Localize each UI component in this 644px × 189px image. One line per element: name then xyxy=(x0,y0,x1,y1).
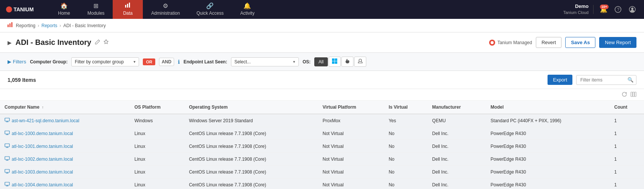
nav-data[interactable]: Data xyxy=(113,0,143,19)
svg-rect-2 xyxy=(125,5,126,8)
breadcrumb-reports-link[interactable]: Reports xyxy=(41,23,57,28)
svg-rect-25 xyxy=(5,169,9,172)
svg-point-17 xyxy=(359,59,361,62)
cell-manufacturer: Dell Inc. xyxy=(428,153,486,166)
cell-model: PowerEdge R430 xyxy=(486,127,610,140)
user-menu-button[interactable] xyxy=(627,4,638,15)
col-is-virtual[interactable]: Is Virtual xyxy=(384,101,427,114)
col-operating-system[interactable]: Operating System xyxy=(184,101,318,114)
col-computer-name[interactable]: Computer Name ↑ xyxy=(0,101,130,114)
sort-asc-icon: ↑ xyxy=(42,105,44,109)
star-icon[interactable] xyxy=(103,39,109,46)
svg-rect-16 xyxy=(335,61,337,64)
col-manufacturer[interactable]: Manufacturer xyxy=(428,101,486,114)
table-header: Computer Name ↑ OS Platform Operating Sy… xyxy=(0,101,644,114)
svg-rect-4 xyxy=(129,3,130,8)
quick-access-icon: 🔗 xyxy=(206,2,214,9)
tanium-logo[interactable]: TANIUM xyxy=(0,0,49,19)
computer-name-link[interactable]: atl-lxc-1003.demo.tanium.local xyxy=(5,169,125,175)
cell-os-platform: Linux xyxy=(130,153,185,166)
cell-os-platform: Linux xyxy=(130,178,185,189)
page-title-icons xyxy=(95,39,109,46)
cell-computer-name: atl-lxc-1004.demo.tanium.local xyxy=(0,178,130,189)
breadcrumb-app-label: Reporting xyxy=(16,23,35,28)
nav-data-label: Data xyxy=(123,11,133,16)
table-body: ast-wn-421-sql.demo.tanium.local Windows… xyxy=(0,114,644,189)
svg-rect-18 xyxy=(631,92,632,97)
notifications-button[interactable]: 🔔 10+ xyxy=(598,4,609,15)
svg-rect-21 xyxy=(5,118,9,121)
computer-icon xyxy=(5,143,10,149)
computer-name-link[interactable]: atl-lxc-1002.demo.tanium.local xyxy=(5,156,125,162)
export-button[interactable]: Export xyxy=(548,75,572,85)
os-btn-windows[interactable] xyxy=(329,57,341,67)
breadcrumb: Reporting › Reports › ADI - Basic Invent… xyxy=(0,19,644,32)
tanium-managed-badge: Tanium Managed xyxy=(489,40,532,46)
nav-home[interactable]: 🏠 Home xyxy=(49,0,79,19)
computer-name-link[interactable]: atl-lxc-1004.demo.tanium.local xyxy=(5,182,125,187)
col-model[interactable]: Model xyxy=(486,101,610,114)
nav-right: Demo Tanium Cloud 🔔 10+ ? xyxy=(557,0,644,19)
breadcrumb-sep-2: › xyxy=(60,23,61,28)
cell-count: 1 xyxy=(610,178,644,189)
cell-virtual-platform: Not Virtual xyxy=(318,140,384,153)
cell-count: 1 xyxy=(610,114,644,127)
filters-toggle[interactable]: ▶ Filters xyxy=(8,59,26,65)
edit-icon[interactable] xyxy=(95,39,100,46)
filter-info-icon[interactable]: ℹ xyxy=(178,59,180,65)
filter-search-icon: 🔍 xyxy=(627,77,633,83)
nav-administration-label: Administration xyxy=(151,11,180,16)
cell-is-virtual: No xyxy=(384,140,427,153)
cell-virtual-platform: Not Virtual xyxy=(318,178,384,189)
cell-operating-system: CentOS Linux release 7.7.1908 (Core) xyxy=(184,153,318,166)
nav-home-label: Home xyxy=(58,11,70,16)
svg-rect-11 xyxy=(11,22,12,27)
refresh-icon[interactable] xyxy=(621,91,627,99)
cell-model: PowerEdge R430 xyxy=(486,166,610,178)
save-as-button[interactable]: Save As xyxy=(565,37,595,48)
computer-name-link[interactable]: atl-lxc-1001.demo.tanium.local xyxy=(5,143,125,149)
svg-rect-3 xyxy=(127,4,128,8)
endpoint-last-seen-select[interactable]: Select... xyxy=(231,57,299,66)
items-count-number: 1,059 xyxy=(8,77,21,83)
col-virtual-platform[interactable]: Virtual Platform xyxy=(318,101,384,114)
computer-icon xyxy=(5,169,10,175)
help-button[interactable]: ? xyxy=(612,4,624,15)
cell-manufacturer: Dell Inc. xyxy=(428,178,486,189)
os-btn-linux[interactable] xyxy=(354,57,366,67)
administration-icon: ⚙ xyxy=(163,2,168,9)
revert-button[interactable]: Revert xyxy=(536,37,561,48)
os-btn-all[interactable]: All xyxy=(314,57,327,66)
nav-modules[interactable]: ⊞ Modules xyxy=(79,0,113,19)
computer-group-select[interactable]: Filter by computer group xyxy=(71,57,139,66)
os-btn-mac[interactable] xyxy=(341,57,353,67)
col-os-platform[interactable]: OS Platform xyxy=(130,101,185,114)
svg-point-12 xyxy=(491,41,494,44)
table-controls xyxy=(0,89,644,101)
columns-icon[interactable] xyxy=(630,91,636,99)
cell-computer-name: atl-lxc-1001.demo.tanium.local xyxy=(0,140,130,153)
nav-activity[interactable]: 🔔 Activity xyxy=(232,0,263,19)
svg-rect-26 xyxy=(5,182,9,185)
cell-manufacturer: QEMU xyxy=(428,114,486,127)
and-badge[interactable]: AND xyxy=(159,58,174,66)
cell-virtual-platform: Not Virtual xyxy=(318,153,384,166)
computer-icon xyxy=(5,118,10,123)
computer-name-link[interactable]: ast-wn-421-sql.demo.tanium.local xyxy=(5,118,125,123)
nav-administration[interactable]: ⚙ Administration xyxy=(143,0,188,19)
svg-text:TANIUM: TANIUM xyxy=(14,6,34,12)
cell-manufacturer: Dell Inc. xyxy=(428,140,486,153)
cell-computer-name: atl-lxc-1002.demo.tanium.local xyxy=(0,153,130,166)
col-count[interactable]: Count xyxy=(610,101,644,114)
table-container: Computer Name ↑ OS Platform Operating Sy… xyxy=(0,101,644,189)
cell-count: 1 xyxy=(610,127,644,140)
svg-rect-10 xyxy=(9,23,11,27)
or-badge[interactable]: OR xyxy=(143,58,155,65)
computer-name-link[interactable]: atl-lxc-1000.demo.tanium.local xyxy=(5,131,125,136)
cell-operating-system: CentOS Linux release 7.7.1908 (Core) xyxy=(184,140,318,153)
new-report-button[interactable]: New Report xyxy=(599,37,636,48)
expand-button[interactable]: ▶ xyxy=(8,40,12,46)
os-filter-group: All xyxy=(314,57,366,67)
nav-quick-access[interactable]: 🔗 Quick Access xyxy=(188,0,232,19)
cell-computer-name: ast-wn-421-sql.demo.tanium.local xyxy=(0,114,130,127)
